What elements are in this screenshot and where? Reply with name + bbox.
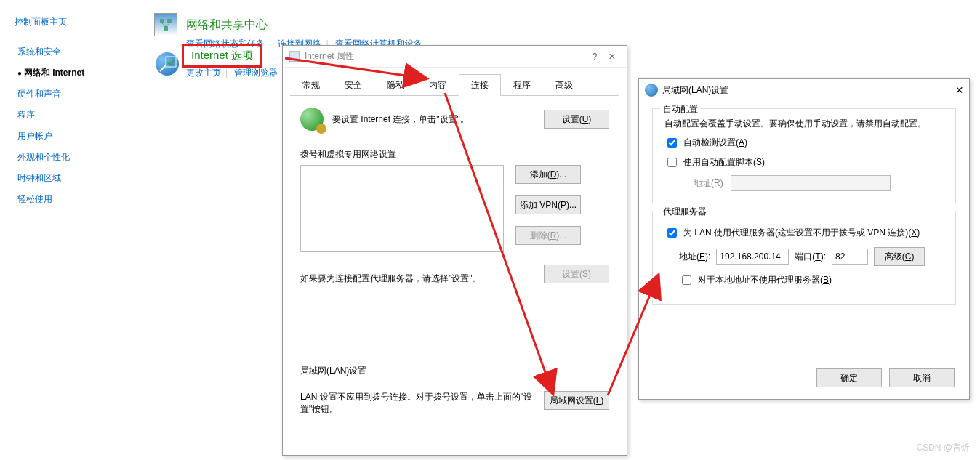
setup-button[interactable]: 设置(U): [544, 110, 609, 129]
tab-advanced[interactable]: 高级: [543, 74, 585, 96]
sidebar-item-system[interactable]: 系统和安全: [15, 41, 138, 62]
link-manage-browser[interactable]: 管理浏览器: [234, 68, 278, 78]
dialup-listbox[interactable]: [300, 165, 504, 252]
dialog1-help-button[interactable]: ?: [586, 52, 603, 62]
dialog2-close-button[interactable]: ×: [955, 83, 963, 98]
sidebar-item-users[interactable]: 用户帐户: [15, 126, 138, 147]
dialog2-icon: [645, 84, 658, 97]
auto-detect-checkbox[interactable]: 自动检测设置(A): [664, 136, 944, 150]
bypass-local-checkbox[interactable]: 对于本地地址不使用代理服务器(B): [679, 273, 944, 287]
svg-line-4: [166, 23, 169, 26]
delete-button: 删除(R)...: [515, 226, 581, 245]
sidebar-item-programs[interactable]: 程序: [15, 105, 138, 126]
link-change-home[interactable]: 更改主页: [186, 68, 221, 78]
proxy-group: 代理服务器 为 LAN 使用代理服务器(这些设置不用于拨号或 VPN 连接)(X…: [652, 211, 956, 305]
sidebar-item-hardware[interactable]: 硬件和声音: [15, 84, 138, 105]
use-proxy-checkbox[interactable]: 为 LAN 使用代理服务器(这些设置不用于拨号或 VPN 连接)(X): [664, 226, 944, 240]
script-addr-label: 地址(R): [694, 177, 723, 190]
setup-text: 要设置 Internet 连接，单击"设置"。: [332, 113, 535, 126]
sidebar-item-appearance[interactable]: 外观和个性化: [15, 147, 138, 168]
add-vpn-button[interactable]: 添加 VPN(P)...: [515, 195, 581, 214]
script-addr-input: [731, 175, 891, 191]
tab-connections[interactable]: 连接: [459, 74, 501, 96]
proxy-addr-label: 地址(E):: [679, 251, 710, 263]
svg-rect-6: [289, 52, 300, 62]
proxy-port-label: 端口(T):: [795, 251, 826, 263]
globe-icon: [300, 108, 324, 131]
add-button[interactable]: 添加(D)...: [515, 165, 581, 184]
watermark: CSDN @言炘: [916, 442, 970, 454]
svg-rect-1: [167, 19, 172, 23]
svg-rect-2: [164, 26, 168, 31]
dialog1-tabs: 常规 安全 隐私 内容 连接 程序 高级: [290, 73, 619, 96]
auto-config-legend: 自动配置: [660, 103, 701, 116]
auto-script-checkbox[interactable]: 使用自动配置脚本(S): [664, 156, 944, 169]
cancel-button[interactable]: 取消: [889, 368, 955, 387]
dialog1-titlebar[interactable]: Internet 属性 ? ×: [283, 46, 627, 68]
proxy-desc: 如果要为连接配置代理服务器，请选择"设置"。: [300, 273, 532, 285]
network-center-title[interactable]: 网络和共享中心: [186, 17, 268, 33]
settings-button: 设置(S): [544, 265, 609, 283]
tab-content[interactable]: 内容: [417, 74, 459, 96]
sidebar-item-clock[interactable]: 时钟和区域: [15, 168, 138, 189]
dialog2-title: 局域网(LAN)设置: [662, 84, 728, 97]
auto-config-desc: 自动配置会覆盖手动设置。要确保使用手动设置，请禁用自动配置。: [664, 118, 944, 130]
sidebar-item-ease[interactable]: 轻松使用: [15, 189, 138, 210]
internet-options-icon: [156, 52, 179, 76]
svg-rect-5: [166, 57, 176, 67]
internet-options-highlight[interactable]: Internet 选项: [182, 44, 262, 68]
tab-programs[interactable]: 程序: [501, 74, 543, 96]
lan-group-title: 局域网(LAN)设置: [300, 365, 609, 377]
proxy-port-input[interactable]: [832, 249, 868, 265]
sidebar-home-link[interactable]: 控制面板主页: [15, 16, 138, 28]
advanced-button[interactable]: 高级(C): [874, 247, 925, 266]
dialog1-icon: [289, 51, 300, 62]
lan-desc: LAN 设置不应用到拨号连接。对于拨号设置，单击上面的"设置"按钮。: [300, 391, 532, 416]
internet-properties-dialog: Internet 属性 ? × 常规 安全 隐私 内容 连接 程序 高级 要设置…: [282, 45, 627, 456]
dialog2-titlebar[interactable]: 局域网(LAN)设置 ×: [639, 79, 969, 101]
lan-settings-dialog: 局域网(LAN)设置 × 自动配置 自动配置会覆盖手动设置。要确保使用手动设置，…: [638, 78, 970, 400]
dialup-group-title: 拨号和虚拟专用网络设置: [300, 148, 609, 161]
lan-settings-button[interactable]: 局域网设置(L): [544, 391, 609, 410]
ok-button[interactable]: 确定: [816, 368, 882, 387]
dialog1-title: Internet 属性: [305, 50, 586, 62]
control-panel-sidebar: 控制面板主页 系统和安全 网络和 Internet 硬件和声音 程序 用户帐户 …: [15, 16, 138, 210]
tab-general[interactable]: 常规: [290, 74, 332, 96]
auto-config-group: 自动配置 自动配置会覆盖手动设置。要确保使用手动设置，请禁用自动配置。 自动检测…: [652, 108, 956, 203]
internet-options-title: Internet 选项: [191, 49, 253, 61]
svg-rect-0: [160, 19, 164, 23]
svg-line-3: [162, 23, 166, 26]
proxy-legend: 代理服务器: [660, 206, 710, 218]
dialog1-close-button[interactable]: ×: [603, 50, 621, 63]
network-center-icon: [154, 13, 177, 36]
tab-privacy[interactable]: 隐私: [374, 74, 417, 96]
tab-security[interactable]: 安全: [332, 74, 374, 96]
proxy-addr-input[interactable]: [716, 249, 789, 265]
sidebar-item-network[interactable]: 网络和 Internet: [15, 62, 138, 84]
